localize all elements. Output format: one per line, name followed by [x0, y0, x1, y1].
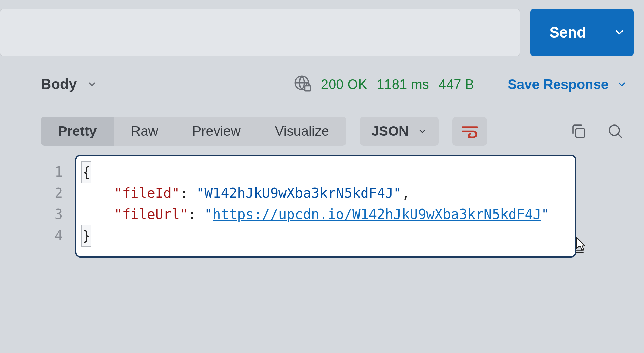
json-key: "fileId" [114, 185, 180, 201]
line-number: 2 [31, 182, 63, 204]
tab-preview[interactable]: Preview [175, 117, 258, 146]
divider-vertical [491, 74, 491, 94]
response-body: 1 2 3 4 { "fileId": "W142hJkU9wXba3krN5k… [31, 152, 644, 258]
response-header: Body 200 OK 1181 ms 447 B Save Response [0, 65, 644, 103]
code-line: "fileUrl": "https://upcdn.io/W142hJkU9wX… [81, 204, 567, 225]
json-url-link[interactable]: https://upcdn.io/W142hJkU9wXba3krN5kdF4J [213, 206, 541, 222]
code-line: { [81, 161, 567, 182]
search-button[interactable] [604, 120, 627, 143]
chevron-down-icon [614, 27, 625, 38]
save-response-button[interactable]: Save Response [508, 77, 644, 92]
network-info-icon[interactable] [294, 75, 311, 94]
format-label: JSON [371, 123, 409, 139]
response-size: 447 B [439, 77, 474, 92]
json-string: "W142hJkU9wXba3krN5kdF4J" [196, 185, 401, 201]
comma: , [401, 185, 410, 201]
send-options-caret[interactable] [605, 9, 634, 56]
chevron-down-icon [87, 79, 97, 89]
search-icon [607, 123, 624, 139]
copy-button[interactable] [567, 120, 590, 143]
svg-rect-4 [576, 129, 585, 137]
svg-rect-1 [305, 86, 310, 91]
send-button-group: Send [530, 9, 634, 56]
colon: : [188, 206, 196, 222]
line-number: 4 [31, 225, 63, 246]
code-editor[interactable]: { "fileId": "W142hJkU9wXba3krN5kdF4J", "… [75, 155, 576, 258]
copy-icon [570, 123, 587, 139]
response-tab-label: Body [41, 76, 77, 92]
chevron-down-icon [617, 79, 627, 89]
close-brace: } [81, 225, 91, 247]
globe-lock-icon [294, 75, 311, 92]
save-response-label: Save Response [508, 77, 609, 92]
line-number-gutter: 1 2 3 4 [31, 155, 75, 258]
json-key: "fileUrl" [114, 206, 188, 222]
code-line: "fileId": "W142hJkU9wXba3krN5kdF4J", [81, 182, 567, 204]
svg-line-6 [618, 134, 621, 137]
tab-visualize[interactable]: Visualize [258, 117, 346, 146]
response-latency: 1181 ms [377, 77, 429, 92]
url-input[interactable] [0, 9, 520, 56]
line-number: 3 [31, 204, 63, 225]
tab-raw[interactable]: Raw [114, 117, 175, 146]
status-code: 200 OK [321, 77, 367, 92]
tab-pretty[interactable]: Pretty [41, 117, 114, 146]
view-mode-tabs: Pretty Raw Preview Visualize [41, 117, 346, 146]
chevron-down-icon [418, 127, 427, 136]
send-button[interactable]: Send [530, 9, 605, 56]
open-brace: { [81, 161, 91, 183]
json-string-quote: " [541, 206, 550, 222]
line-number: 1 [31, 161, 63, 182]
word-wrap-icon [461, 124, 478, 138]
request-bar: Send [0, 0, 644, 65]
word-wrap-toggle[interactable] [452, 117, 487, 146]
code-line: } [81, 225, 567, 246]
colon: : [180, 185, 188, 201]
json-string-quote: " [204, 206, 213, 222]
response-toolbar: Pretty Raw Preview Visualize JSON [0, 103, 644, 152]
response-tab-body[interactable]: Body [41, 76, 97, 92]
format-dropdown[interactable]: JSON [360, 117, 439, 146]
